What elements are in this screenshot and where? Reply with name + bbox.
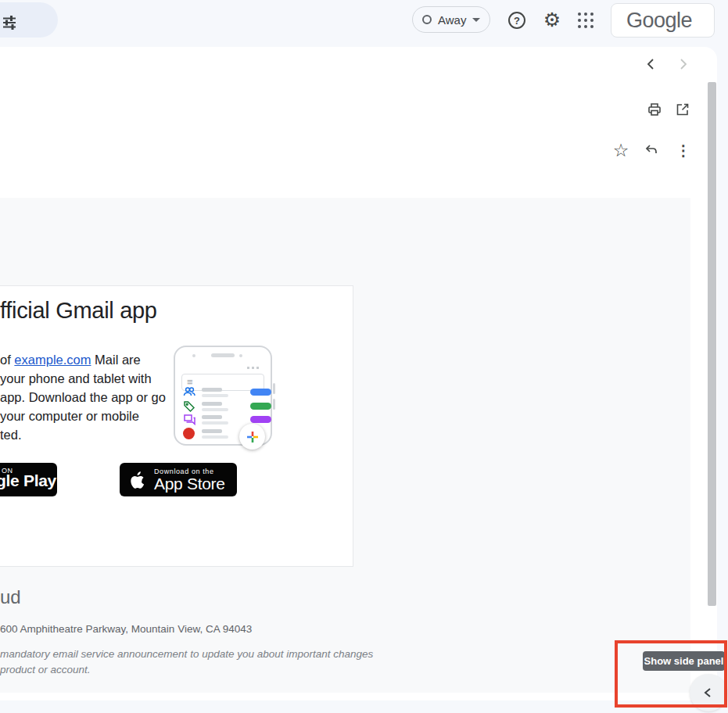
phone-sensor-dot (239, 354, 242, 357)
intro-line-1: of example.com Mail are (0, 350, 166, 369)
green-pill (250, 403, 271, 410)
intro-line-5: ted. (0, 425, 166, 444)
chevron-right-icon (676, 57, 690, 71)
more-options-button[interactable]: ⋮ (676, 142, 690, 159)
open-in-new-icon (675, 102, 690, 117)
scrollbar-thumb[interactable] (708, 82, 716, 606)
more-vert-icon: ⋮ (676, 142, 691, 159)
footer-brand-fragment: ud (0, 586, 21, 608)
plus-fab-icon (239, 424, 265, 450)
status-label: Away (438, 13, 466, 27)
presence-circle-icon (422, 15, 432, 24)
label-icon (183, 400, 195, 413)
reply-button[interactable] (644, 142, 659, 158)
phone-side-button (273, 399, 275, 410)
phone-status-icon (252, 367, 254, 369)
intro-line-2: your phone and tablet with (0, 369, 166, 388)
intro-line1-suffix: Mail are (91, 353, 140, 367)
list-text-bar (202, 402, 222, 406)
print-icon (647, 102, 662, 117)
phone-list-row (183, 400, 269, 413)
availability-status-dropdown[interactable]: Away (412, 6, 490, 33)
help-button[interactable]: ? (508, 12, 525, 29)
phone-list-row (183, 386, 269, 399)
search-options-button[interactable] (0, 2, 58, 38)
show-side-panel-chevron-icon (701, 685, 716, 700)
open-in-new-window-button[interactable] (675, 102, 690, 117)
show-side-panel-button[interactable] (690, 674, 727, 711)
phone-speaker (211, 353, 235, 357)
show-side-panel-tooltip: Show side panel (643, 651, 725, 671)
tune-icon (1, 14, 18, 31)
example-com-link[interactable]: example.com (14, 353, 91, 367)
blue-pill (250, 389, 271, 396)
app-store-badge[interactable]: Download on the App Store (120, 463, 237, 496)
footer-address: 600 Amphitheatre Parkway, Mountain View,… (0, 623, 252, 635)
google-play-badge[interactable]: ON gle Play (0, 463, 57, 496)
gmail-window: Away ? ⚙ Google (0, 0, 728, 713)
older-conversation-button[interactable] (676, 57, 690, 71)
apps-grid-button[interactable] (578, 13, 594, 28)
star-icon: ☆ (613, 140, 629, 161)
star-button[interactable]: ☆ (611, 141, 630, 159)
gear-icon: ⚙ (543, 9, 561, 31)
newer-conversation-button[interactable] (644, 57, 658, 71)
list-text-bar (202, 415, 222, 419)
reply-icon (644, 142, 659, 158)
list-text-bar (202, 388, 222, 392)
help-icon: ? (514, 15, 520, 27)
google-logo-card[interactable]: Google (611, 3, 715, 38)
settings-button[interactable]: ⚙ (541, 9, 563, 30)
list-text-bar (202, 421, 228, 425)
phone-camera-dot (192, 354, 195, 357)
email-intro-text: of example.com Mail are your phone and t… (0, 350, 166, 444)
purple-pill (250, 416, 271, 423)
people-icon (183, 386, 195, 397)
appstore-badge-main-text: App Store (154, 475, 225, 493)
apple-icon (129, 469, 148, 491)
phone-illustration: ≡ (174, 346, 272, 447)
footer-disclaimer-line-1: mandatory email service announcement to … (0, 648, 373, 660)
intro-line1-prefix: of (0, 353, 14, 367)
list-text-bar (202, 394, 228, 397)
play-badge-main-text: gle Play (0, 471, 56, 490)
caret-down-icon (472, 18, 480, 22)
phone-side-button (273, 383, 275, 394)
intro-line-4: your computer or mobile (0, 407, 166, 425)
phone-status-icon (256, 367, 259, 369)
intro-line-3: app. Download the app or go (0, 388, 166, 407)
chevron-left-icon (644, 57, 658, 71)
print-button[interactable] (647, 102, 662, 117)
phone-status-icon (247, 367, 249, 369)
email-heading: fficial Gmail app (0, 298, 157, 324)
list-text-bar (202, 429, 222, 433)
list-text-bar (202, 408, 228, 411)
footer-disclaimer-line-2: product or account. (0, 664, 91, 675)
red-dot-icon (183, 428, 195, 439)
chat-icon (183, 414, 195, 425)
list-text-bar (202, 435, 228, 439)
top-bar: Away ? ⚙ Google (0, 0, 728, 41)
google-logo: Google (626, 4, 692, 37)
